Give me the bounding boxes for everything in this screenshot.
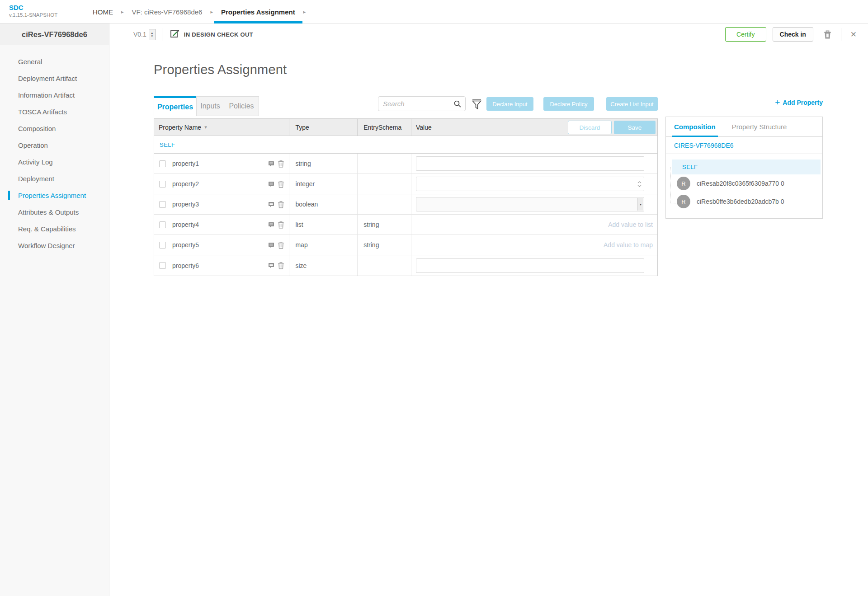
row-checkbox[interactable] bbox=[159, 201, 166, 208]
sort-arrow-icon[interactable]: ▾ bbox=[204, 124, 207, 130]
sidebar-item[interactable]: TOSCA Artifacts bbox=[0, 103, 109, 120]
value-select[interactable]: ▾ bbox=[416, 197, 644, 211]
tree-self-node[interactable]: SELF bbox=[672, 160, 821, 174]
state-label: IN DESIGN CHECK OUT bbox=[184, 31, 253, 38]
property-value-cell bbox=[411, 174, 657, 194]
sidebar-item-label: Attributes & Outputs bbox=[18, 208, 79, 216]
sidebar-item[interactable]: General bbox=[0, 53, 109, 70]
add-value-link[interactable]: Add value to map bbox=[416, 241, 657, 249]
plus-icon: + bbox=[775, 99, 780, 107]
column-property-name[interactable]: Property Name bbox=[159, 124, 201, 131]
property-name[interactable]: property4 bbox=[172, 221, 199, 228]
search-input[interactable] bbox=[378, 97, 465, 111]
comment-icon[interactable] bbox=[268, 221, 275, 229]
property-name[interactable]: property5 bbox=[172, 241, 199, 249]
version-spinner[interactable]: ▴ ▾ bbox=[149, 29, 156, 40]
create-list-input-button[interactable]: Create List Input bbox=[606, 97, 658, 111]
certify-button[interactable]: Certify bbox=[725, 27, 766, 42]
row-checkbox[interactable] bbox=[159, 262, 166, 269]
panel-tab-composition[interactable]: Composition bbox=[674, 117, 716, 137]
tree-resource-node[interactable]: RciResb0ffe3b6dedb20adcb7b 0 bbox=[677, 192, 822, 211]
property-name[interactable]: property3 bbox=[172, 201, 199, 208]
value-input[interactable] bbox=[416, 258, 644, 273]
property-value-cell: Add value to list bbox=[411, 215, 657, 235]
property-entry-schema bbox=[358, 194, 411, 214]
breadcrumb-item[interactable]: VF: ciRes-VF76968de6 bbox=[132, 0, 203, 23]
property-name[interactable]: property6 bbox=[172, 262, 199, 269]
property-value-cell bbox=[411, 255, 657, 276]
row-checkbox[interactable] bbox=[159, 221, 166, 228]
sidebar-item-label: TOSCA Artifacts bbox=[18, 108, 67, 116]
declare-policy-button[interactable]: Declare Policy bbox=[543, 97, 594, 111]
sidebar-item-label: General bbox=[18, 58, 42, 66]
property-value-cell: ▾ bbox=[411, 194, 657, 214]
tree-nodes: RciResab20f8c0365f6309a770 0RciResb0ffe3… bbox=[666, 174, 822, 211]
sidebar-item[interactable]: Operation bbox=[0, 137, 109, 154]
main-content: Properties Assignment PropertiesInputsPo… bbox=[109, 45, 868, 596]
version-label: V0.1 bbox=[133, 31, 146, 38]
column-type: Type bbox=[289, 119, 358, 136]
sidebar-item[interactable]: Attributes & Outputs bbox=[0, 204, 109, 221]
property-type: integer bbox=[289, 174, 358, 194]
tree-resource-node[interactable]: RciResab20f8c0365f6309a770 0 bbox=[677, 174, 822, 192]
delete-property-icon[interactable] bbox=[278, 221, 284, 229]
search-icon[interactable] bbox=[453, 100, 462, 110]
comment-icon[interactable] bbox=[268, 242, 275, 249]
tab-inputs[interactable]: Inputs bbox=[196, 96, 224, 116]
sidebar-item-label: Deployment Artifact bbox=[18, 75, 77, 82]
comment-icon[interactable] bbox=[268, 201, 275, 208]
sidebar-item-label: Composition bbox=[18, 125, 56, 132]
sidebar-item[interactable]: Information Artifact bbox=[0, 87, 109, 103]
row-checkbox[interactable] bbox=[159, 181, 166, 188]
tab-policies[interactable]: Policies bbox=[224, 96, 259, 116]
delete-property-icon[interactable] bbox=[278, 201, 284, 208]
top-nav: SDC v.1.15.1-SNAPSHOT HOME▸VF: ciRes-VF7… bbox=[0, 0, 868, 23]
delete-entity-icon[interactable] bbox=[823, 30, 832, 39]
filter-funnel-icon[interactable] bbox=[471, 98, 482, 112]
discard-button[interactable]: Discard bbox=[568, 121, 612, 134]
value-number-input[interactable] bbox=[416, 177, 644, 191]
breadcrumb-item[interactable]: HOME bbox=[93, 0, 113, 23]
comment-icon[interactable] bbox=[268, 160, 275, 168]
tab-properties[interactable]: Properties bbox=[154, 96, 197, 116]
save-button[interactable]: Save bbox=[614, 121, 656, 134]
sidebar-item[interactable]: Deployment bbox=[0, 170, 109, 187]
sidebar-item[interactable]: Deployment Artifact bbox=[0, 70, 109, 87]
spinner-down-icon: ▾ bbox=[151, 34, 153, 38]
sidebar-item[interactable]: Workflow Designer bbox=[0, 237, 109, 254]
comment-icon[interactable] bbox=[268, 262, 275, 269]
group-self-row[interactable]: SELF bbox=[154, 136, 657, 154]
app-logo[interactable]: SDC v.1.15.1-SNAPSHOT bbox=[9, 4, 57, 18]
panel-tab-property-structure[interactable]: Property Structure bbox=[732, 117, 787, 137]
comment-icon[interactable] bbox=[268, 181, 275, 188]
delete-property-icon[interactable] bbox=[278, 241, 284, 249]
column-entry-schema: EntrySchema bbox=[358, 119, 411, 136]
add-property-button[interactable]: + Add Property bbox=[775, 99, 823, 107]
sidebar-item[interactable]: Composition bbox=[0, 120, 109, 137]
declare-input-button[interactable]: Declare Input bbox=[486, 97, 533, 111]
property-entry-schema bbox=[358, 154, 411, 174]
property-name[interactable]: property2 bbox=[172, 180, 199, 188]
delete-property-icon[interactable] bbox=[278, 180, 284, 188]
close-icon[interactable]: ✕ bbox=[850, 30, 857, 39]
breadcrumb-item[interactable]: Properties Assignment bbox=[221, 0, 295, 23]
check-in-button[interactable]: Check in bbox=[773, 27, 813, 42]
property-name[interactable]: property1 bbox=[172, 160, 199, 167]
select-arrow-icon[interactable]: ▾ bbox=[637, 198, 643, 211]
value-input[interactable] bbox=[416, 156, 644, 171]
add-value-link[interactable]: Add value to list bbox=[416, 221, 657, 228]
row-checkbox[interactable] bbox=[159, 242, 166, 249]
app-logo-text: SDC bbox=[9, 4, 57, 12]
delete-property-icon[interactable] bbox=[278, 160, 284, 168]
sidebar-item[interactable]: Activity Log bbox=[0, 154, 109, 170]
delete-property-icon[interactable] bbox=[278, 262, 284, 269]
version-area: V0.1 ▴ ▾ IN DESIGN CHECK OUT bbox=[133, 23, 253, 45]
spinner-up-icon: ▴ bbox=[151, 31, 153, 34]
sidebar-item[interactable]: Properties Assignment bbox=[0, 187, 109, 204]
row-checkbox[interactable] bbox=[159, 160, 166, 167]
panel-root-node[interactable]: CIRES-VF76968DE6 bbox=[666, 137, 822, 154]
sidebar-item-label: Activity Log bbox=[18, 158, 53, 166]
resource-avatar: R bbox=[677, 177, 690, 190]
number-spinner-icon[interactable] bbox=[636, 178, 643, 190]
sidebar-item[interactable]: Req. & Capabilities bbox=[0, 221, 109, 237]
